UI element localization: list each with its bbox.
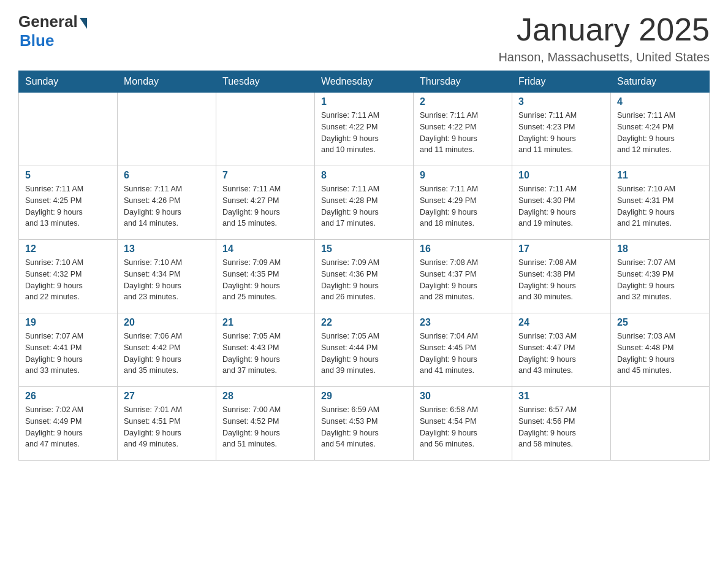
logo: General Blue bbox=[18, 12, 87, 50]
calendar-table: SundayMondayTuesdayWednesdayThursdayFrid… bbox=[18, 71, 710, 461]
calendar-cell: 1Sunrise: 7:11 AM Sunset: 4:22 PM Daylig… bbox=[315, 93, 414, 166]
calendar-cell: 20Sunrise: 7:06 AM Sunset: 4:42 PM Dayli… bbox=[118, 313, 216, 387]
calendar-cell: 21Sunrise: 7:05 AM Sunset: 4:43 PM Dayli… bbox=[216, 313, 315, 387]
calendar-cell: 4Sunrise: 7:11 AM Sunset: 4:24 PM Daylig… bbox=[611, 93, 710, 166]
day-number: 10 bbox=[518, 170, 604, 181]
day-number: 16 bbox=[420, 243, 506, 255]
calendar-cell: 6Sunrise: 7:11 AM Sunset: 4:26 PM Daylig… bbox=[118, 166, 216, 240]
page-header: General Blue January 2025 Hanson, Massac… bbox=[18, 12, 710, 64]
day-number: 17 bbox=[518, 243, 604, 255]
calendar-cell: 10Sunrise: 7:11 AM Sunset: 4:30 PM Dayli… bbox=[512, 166, 611, 240]
day-info: Sunrise: 7:01 AM Sunset: 4:51 PM Dayligh… bbox=[124, 404, 210, 450]
day-number: 8 bbox=[321, 170, 407, 181]
weekday-header-tuesday: Tuesday bbox=[216, 71, 315, 93]
day-info: Sunrise: 7:04 AM Sunset: 4:45 PM Dayligh… bbox=[420, 331, 506, 377]
weekday-header-wednesday: Wednesday bbox=[315, 71, 414, 93]
day-info: Sunrise: 7:07 AM Sunset: 4:39 PM Dayligh… bbox=[617, 257, 703, 303]
day-number: 22 bbox=[321, 317, 407, 328]
calendar-cell: 15Sunrise: 7:09 AM Sunset: 4:36 PM Dayli… bbox=[315, 240, 414, 313]
day-info: Sunrise: 7:08 AM Sunset: 4:38 PM Dayligh… bbox=[518, 257, 604, 303]
calendar-cell: 24Sunrise: 7:03 AM Sunset: 4:47 PM Dayli… bbox=[512, 313, 611, 387]
calendar-cell: 2Sunrise: 7:11 AM Sunset: 4:22 PM Daylig… bbox=[414, 93, 512, 166]
calendar-cell: 9Sunrise: 7:11 AM Sunset: 4:29 PM Daylig… bbox=[414, 166, 512, 240]
day-number: 26 bbox=[25, 391, 111, 402]
weekday-header-saturday: Saturday bbox=[611, 71, 710, 93]
calendar-cell: 16Sunrise: 7:08 AM Sunset: 4:37 PM Dayli… bbox=[414, 240, 512, 313]
weekday-header-thursday: Thursday bbox=[414, 71, 512, 93]
day-info: Sunrise: 7:10 AM Sunset: 4:31 PM Dayligh… bbox=[617, 183, 703, 229]
calendar-cell: 26Sunrise: 7:02 AM Sunset: 4:49 PM Dayli… bbox=[19, 387, 118, 461]
day-number: 14 bbox=[222, 243, 308, 255]
calendar-cell: 29Sunrise: 6:59 AM Sunset: 4:53 PM Dayli… bbox=[315, 387, 414, 461]
day-info: Sunrise: 7:03 AM Sunset: 4:47 PM Dayligh… bbox=[518, 331, 604, 377]
calendar-cell: 22Sunrise: 7:05 AM Sunset: 4:44 PM Dayli… bbox=[315, 313, 414, 387]
calendar-cell: 3Sunrise: 7:11 AM Sunset: 4:23 PM Daylig… bbox=[512, 93, 611, 166]
day-info: Sunrise: 7:05 AM Sunset: 4:44 PM Dayligh… bbox=[321, 331, 407, 377]
day-number: 23 bbox=[420, 317, 506, 328]
logo-general-text: General bbox=[18, 12, 78, 31]
day-number: 7 bbox=[222, 170, 308, 181]
calendar-cell: 18Sunrise: 7:07 AM Sunset: 4:39 PM Dayli… bbox=[611, 240, 710, 313]
calendar-cell: 13Sunrise: 7:10 AM Sunset: 4:34 PM Dayli… bbox=[118, 240, 216, 313]
month-title: January 2025 bbox=[498, 12, 710, 47]
calendar-cell: 19Sunrise: 7:07 AM Sunset: 4:41 PM Dayli… bbox=[19, 313, 118, 387]
calendar-week-row: 12Sunrise: 7:10 AM Sunset: 4:32 PM Dayli… bbox=[19, 240, 710, 313]
day-info: Sunrise: 7:07 AM Sunset: 4:41 PM Dayligh… bbox=[25, 331, 111, 377]
calendar-cell: 17Sunrise: 7:08 AM Sunset: 4:38 PM Dayli… bbox=[512, 240, 611, 313]
day-info: Sunrise: 7:03 AM Sunset: 4:48 PM Dayligh… bbox=[617, 331, 703, 377]
day-info: Sunrise: 7:11 AM Sunset: 4:26 PM Dayligh… bbox=[124, 183, 210, 229]
day-info: Sunrise: 7:09 AM Sunset: 4:35 PM Dayligh… bbox=[222, 257, 308, 303]
day-info: Sunrise: 6:57 AM Sunset: 4:56 PM Dayligh… bbox=[518, 404, 604, 450]
location-subtitle: Hanson, Massachusetts, United States bbox=[498, 50, 710, 64]
calendar-body: 1Sunrise: 7:11 AM Sunset: 4:22 PM Daylig… bbox=[19, 93, 710, 461]
day-number: 11 bbox=[617, 170, 703, 181]
calendar-cell: 23Sunrise: 7:04 AM Sunset: 4:45 PM Dayli… bbox=[414, 313, 512, 387]
logo-blue-text: Blue bbox=[20, 31, 54, 50]
title-section: January 2025 Hanson, Massachusetts, Unit… bbox=[498, 12, 710, 64]
day-number: 18 bbox=[617, 243, 703, 255]
day-number: 27 bbox=[124, 391, 210, 402]
day-info: Sunrise: 7:11 AM Sunset: 4:29 PM Dayligh… bbox=[420, 183, 506, 229]
calendar-cell: 30Sunrise: 6:58 AM Sunset: 4:54 PM Dayli… bbox=[414, 387, 512, 461]
calendar-cell: 27Sunrise: 7:01 AM Sunset: 4:51 PM Dayli… bbox=[118, 387, 216, 461]
day-number: 2 bbox=[420, 96, 506, 107]
day-info: Sunrise: 6:59 AM Sunset: 4:53 PM Dayligh… bbox=[321, 404, 407, 450]
calendar-week-row: 19Sunrise: 7:07 AM Sunset: 4:41 PM Dayli… bbox=[19, 313, 710, 387]
day-info: Sunrise: 7:11 AM Sunset: 4:23 PM Dayligh… bbox=[518, 110, 604, 156]
day-number: 31 bbox=[518, 391, 604, 402]
day-number: 28 bbox=[222, 391, 308, 402]
day-number: 25 bbox=[617, 317, 703, 328]
day-number: 20 bbox=[124, 317, 210, 328]
day-number: 12 bbox=[25, 243, 111, 255]
weekday-header-friday: Friday bbox=[512, 71, 611, 93]
calendar-cell: 14Sunrise: 7:09 AM Sunset: 4:35 PM Dayli… bbox=[216, 240, 315, 313]
calendar-cell: 31Sunrise: 6:57 AM Sunset: 4:56 PM Dayli… bbox=[512, 387, 611, 461]
day-number: 4 bbox=[617, 96, 703, 107]
weekday-header-monday: Monday bbox=[118, 71, 216, 93]
logo-arrow-icon bbox=[80, 18, 87, 29]
day-number: 9 bbox=[420, 170, 506, 181]
day-number: 29 bbox=[321, 391, 407, 402]
calendar-cell: 5Sunrise: 7:11 AM Sunset: 4:25 PM Daylig… bbox=[19, 166, 118, 240]
calendar-cell: 11Sunrise: 7:10 AM Sunset: 4:31 PM Dayli… bbox=[611, 166, 710, 240]
calendar-cell bbox=[216, 93, 315, 166]
day-info: Sunrise: 7:00 AM Sunset: 4:52 PM Dayligh… bbox=[222, 404, 308, 450]
calendar-cell: 12Sunrise: 7:10 AM Sunset: 4:32 PM Dayli… bbox=[19, 240, 118, 313]
day-info: Sunrise: 6:58 AM Sunset: 4:54 PM Dayligh… bbox=[420, 404, 506, 450]
day-info: Sunrise: 7:10 AM Sunset: 4:34 PM Dayligh… bbox=[124, 257, 210, 303]
day-info: Sunrise: 7:08 AM Sunset: 4:37 PM Dayligh… bbox=[420, 257, 506, 303]
day-info: Sunrise: 7:11 AM Sunset: 4:24 PM Dayligh… bbox=[617, 110, 703, 156]
day-number: 3 bbox=[518, 96, 604, 107]
calendar-cell bbox=[118, 93, 216, 166]
calendar-week-row: 1Sunrise: 7:11 AM Sunset: 4:22 PM Daylig… bbox=[19, 93, 710, 166]
day-info: Sunrise: 7:02 AM Sunset: 4:49 PM Dayligh… bbox=[25, 404, 111, 450]
calendar-cell bbox=[611, 387, 710, 461]
day-info: Sunrise: 7:10 AM Sunset: 4:32 PM Dayligh… bbox=[25, 257, 111, 303]
calendar-header: SundayMondayTuesdayWednesdayThursdayFrid… bbox=[19, 71, 710, 93]
day-number: 15 bbox=[321, 243, 407, 255]
day-number: 24 bbox=[518, 317, 604, 328]
day-info: Sunrise: 7:11 AM Sunset: 4:22 PM Dayligh… bbox=[321, 110, 407, 156]
day-number: 5 bbox=[25, 170, 111, 181]
day-number: 13 bbox=[124, 243, 210, 255]
weekday-header-sunday: Sunday bbox=[19, 71, 118, 93]
